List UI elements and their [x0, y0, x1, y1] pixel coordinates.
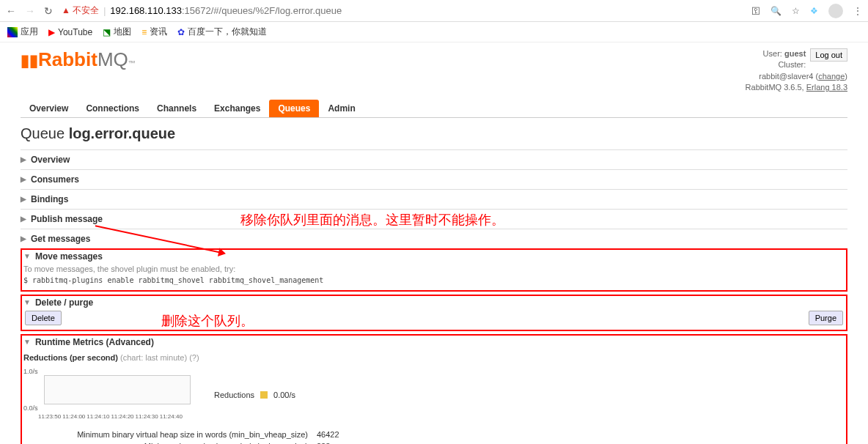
bookmarks-bar: 应用 ▶YouTube ⬔地图 ≡资讯 ✿百度一下，你就知道 [0, 22, 868, 42]
search-icon[interactable]: 🔍 [770, 6, 781, 16]
erlang-link[interactable]: Erlang 18.3 [806, 83, 847, 92]
browser-toolbar: ← → ↻ ▲ 不安全 | 192.168.110.133:15672/#/qu… [0, 0, 868, 22]
forward-icon[interactable]: → [25, 5, 35, 17]
runtime-table: Minimum binary virtual heap size in word… [23, 429, 845, 444]
delete-purge-box: ▼Delete / purge 删除这个队列。 Delete Purge [21, 295, 847, 331]
main-tabs: Overview Connections Channels Exchanges … [21, 100, 847, 118]
reductions-chart: 1.0/s 0.0/s 11:23:5011:24:0011:24:1011:2… [23, 368, 192, 420]
chart-legend: Reductions 0.00/s [214, 371, 295, 420]
section-bindings[interactable]: ▶Bindings [21, 194, 847, 204]
user-info: Log outUser: guest Cluster: rabbit@slave… [729, 48, 847, 94]
annotation-move: 移除你队列里面的消息。这里暂时不能操作。 [240, 211, 504, 229]
tab-channels[interactable]: Channels [148, 100, 205, 117]
tab-overview[interactable]: Overview [21, 100, 77, 117]
annotation-delete: 删除这个队列。 [161, 312, 254, 330]
reductions-label: Reductions (per second) [23, 353, 118, 362]
avatar[interactable] [828, 4, 843, 18]
delete-button[interactable]: Delete [25, 311, 62, 325]
url-text: 192.168.110.133:15672/#/queues/%2F/log.e… [110, 5, 342, 16]
key-icon[interactable]: ⚿ [751, 6, 760, 16]
menu-icon[interactable]: ⋮ [853, 6, 862, 16]
logout-button[interactable]: Log out [810, 48, 847, 62]
apps-button[interactable]: 应用 [7, 26, 38, 38]
section-runtime[interactable]: ▼Runtime Metrics (Advanced) [23, 337, 845, 347]
reload-icon[interactable]: ↻ [44, 5, 53, 17]
bookmark-news[interactable]: ≡资讯 [141, 26, 167, 38]
tab-admin[interactable]: Admin [319, 100, 364, 117]
legend-swatch [260, 391, 268, 399]
section-delete[interactable]: ▼Delete / purge [23, 297, 845, 308]
move-hint: To move messages, the shovel plugin must… [23, 264, 845, 273]
bookmark-baidu[interactable]: ✿百度一下，你就知道 [177, 26, 267, 38]
bookmark-youtube[interactable]: ▶YouTube [48, 27, 92, 37]
back-icon[interactable]: ← [6, 5, 16, 17]
change-cluster-link[interactable]: change [818, 72, 845, 81]
section-move[interactable]: ▼Move messages [23, 251, 845, 262]
move-messages-box: ▼Move messages To move messages, the sho… [21, 248, 847, 292]
address-bar[interactable]: ▲ 不安全 | 192.168.110.133:15672/#/queues/%… [62, 4, 743, 17]
tab-exchanges[interactable]: Exchanges [205, 100, 269, 117]
section-consumers[interactable]: ▶Consumers [21, 174, 847, 185]
purge-button[interactable]: Purge [809, 311, 843, 325]
page-title: Queue log.error.queue [21, 125, 847, 142]
tab-queues[interactable]: Queues [269, 100, 319, 117]
insecure-icon: ▲ 不安全 [62, 4, 99, 17]
star-icon[interactable]: ☆ [792, 6, 800, 16]
section-overview[interactable]: ▶Overview [21, 155, 847, 165]
rabbitmq-logo[interactable]: ▮▮RabbitMQ™ [21, 48, 136, 71]
tab-connections[interactable]: Connections [77, 100, 148, 117]
runtime-metrics-box: ▼Runtime Metrics (Advanced) Reductions (… [21, 334, 847, 444]
extension-icon[interactable]: ❖ [810, 6, 818, 16]
move-command: $ rabbitmq-plugins enable rabbitmq_shove… [23, 276, 845, 284]
bookmark-maps[interactable]: ⬔地图 [103, 26, 131, 38]
